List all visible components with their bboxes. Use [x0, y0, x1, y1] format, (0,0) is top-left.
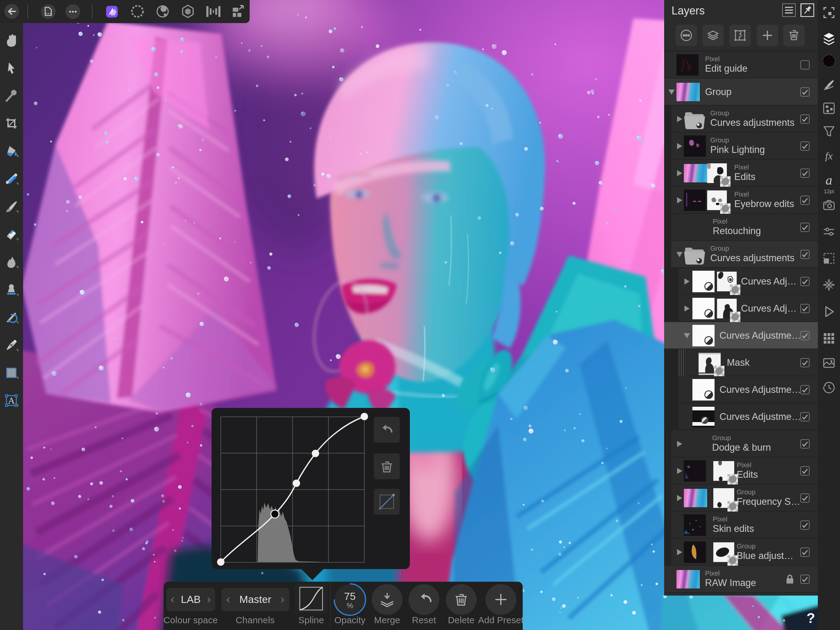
svg-text:A: A [8, 395, 15, 405]
svg-text:a: a [826, 173, 832, 188]
svg-text:12pt: 12pt [824, 188, 834, 195]
svg-text:fx: fx [825, 150, 833, 161]
